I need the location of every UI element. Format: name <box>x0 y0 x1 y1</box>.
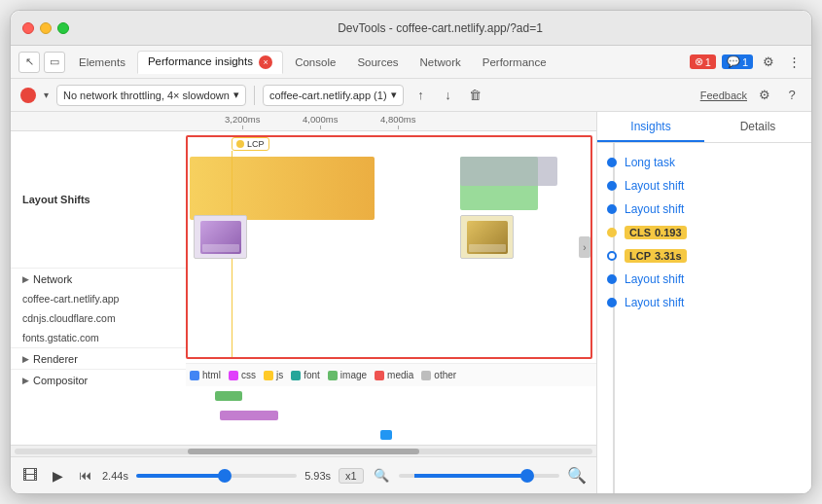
zoom-slider-thumb[interactable] <box>520 469 534 483</box>
window-title: DevTools - coffee-cart.netlify.app/?ad=1 <box>81 21 800 35</box>
layout-shift-3-link[interactable]: Layout shift <box>625 272 684 286</box>
titlebar: DevTools - coffee-cart.netlify.app/?ad=1 <box>11 11 811 46</box>
tab-details[interactable]: Details <box>704 112 811 142</box>
device-tool[interactable]: ▭ <box>44 52 65 73</box>
cls-badge[interactable]: CLS 0.193 <box>625 226 687 239</box>
settings2-icon[interactable]: ⚙ <box>755 86 774 105</box>
zoom-slider[interactable] <box>399 474 559 478</box>
network-section-label[interactable]: ▶ Network <box>11 268 186 289</box>
network-row-3 <box>186 425 596 445</box>
insight-lcp: LCP 3.31s <box>597 244 811 268</box>
skip-start-icon[interactable]: ⏮ <box>75 466 94 486</box>
insights-content: Long task Layout shift Layout shift CLS <box>597 143 811 493</box>
tab-network[interactable]: Network <box>411 53 471 72</box>
insight-dot-5 <box>607 298 617 307</box>
cursor-tool[interactable]: ↖ <box>18 52 40 73</box>
settings-icon[interactable]: ⚙ <box>759 53 778 72</box>
playback-slider[interactable] <box>136 474 297 478</box>
shift-block-orange-main <box>190 157 375 220</box>
thumbnail-1-inner <box>200 221 241 254</box>
insight-long-task: Long task <box>597 151 811 174</box>
legend-js-dot <box>264 371 273 380</box>
renderer-chevron-icon: ▶ <box>22 354 29 364</box>
tab-console[interactable]: Console <box>285 53 345 72</box>
play-button[interactable]: ▶ <box>48 466 67 486</box>
renderer-section-label[interactable]: ▶ Renderer <box>11 347 186 369</box>
net-bar-1 <box>215 391 242 401</box>
tabbar: ↖ ▭ Elements Performance insights × Cons… <box>11 46 811 79</box>
error-badge: ⊗ 1 <box>690 54 716 69</box>
speed-badge[interactable]: x1 <box>339 468 364 484</box>
network-row-2-label: cdnjs.cloudflare.com <box>11 308 186 328</box>
long-task-link[interactable]: Long task <box>625 156 675 169</box>
tab-insights[interactable]: Insights <box>597 112 704 142</box>
upload-icon[interactable]: ↑ <box>411 86 431 105</box>
throttle-dropdown-icon: ▾ <box>233 89 239 101</box>
record-button[interactable] <box>20 88 36 103</box>
lcp-dot-icon <box>236 140 244 148</box>
scrollbar-thumb[interactable] <box>188 449 419 454</box>
network-row-1 <box>186 386 596 406</box>
download-icon[interactable]: ↓ <box>439 86 458 105</box>
scroll-right-indicator[interactable]: › <box>579 236 590 258</box>
playback-end-time: 5.93s <box>304 470 331 482</box>
throttle-select[interactable]: No network throttling, 4× slowdown ▾ <box>56 85 246 106</box>
feedback-button[interactable]: Feedback <box>700 90 747 101</box>
tab-performance-insights[interactable]: Performance insights × <box>137 51 283 74</box>
ruler-mark-4800: 4,800ms <box>380 114 415 129</box>
legend-html: html <box>190 370 221 380</box>
thumbnail-2[interactable] <box>460 215 514 259</box>
shift-block-gray <box>460 157 557 186</box>
origin-select[interactable]: coffee-cart.netlify.app (1) ▾ <box>263 85 404 106</box>
screenshot-icon[interactable]: 🎞 <box>20 466 40 486</box>
compositor-section-label[interactable]: ▶ Compositor <box>11 369 186 390</box>
more-icon[interactable]: ⋮ <box>784 53 804 72</box>
legend-other-dot <box>421 371 431 380</box>
insight-layout-shift-4: Layout shift <box>597 291 811 314</box>
toolbar-divider <box>254 86 255 105</box>
layout-shift-2-link[interactable]: Layout shift <box>625 202 684 216</box>
zoom-out-icon[interactable]: 🔍 <box>372 466 391 486</box>
insight-cls: CLS 0.193 <box>597 221 811 244</box>
thumbnail-1[interactable] <box>194 215 247 259</box>
maximize-button[interactable] <box>57 22 69 34</box>
net-bar-3 <box>380 430 392 440</box>
tab-sources[interactable]: Sources <box>347 53 408 72</box>
tab-performance[interactable]: Performance <box>473 53 556 72</box>
slider-thumb[interactable] <box>218 469 232 483</box>
legend-image-dot <box>328 371 338 380</box>
insight-dot-cls <box>607 228 617 237</box>
tab-close-icon[interactable]: × <box>259 55 272 69</box>
network-row-1-label: coffee-cart.netlify.app <box>11 289 186 308</box>
timeline-tracks: Layout Shifts ▶ Network coffee-cart.netl… <box>11 131 596 445</box>
horizontal-scrollbar[interactable] <box>11 445 596 456</box>
insight-layout-shift-3: Layout shift <box>597 268 811 291</box>
layout-shift-4-link[interactable]: Layout shift <box>625 296 684 309</box>
insight-layout-shift-2: Layout shift <box>597 198 811 221</box>
compositor-chevron-icon: ▶ <box>22 376 29 385</box>
legend-area: html css js font <box>186 363 596 386</box>
record-dropdown[interactable]: ▾ <box>44 90 49 100</box>
legend-media-dot <box>375 371 384 380</box>
playback-bar: 🎞 ▶ ⏮ 2.44s 5.93s x1 🔍 🔍 <box>11 456 596 493</box>
zoom-in-icon[interactable]: 🔍 <box>567 466 587 486</box>
track-visuals: LCP <box>186 131 596 445</box>
insight-layout-shift-1: Layout shift <box>597 174 811 198</box>
scrollbar-track[interactable] <box>15 449 592 454</box>
delete-icon[interactable]: 🗑 <box>466 86 485 105</box>
tab-elements[interactable]: Elements <box>69 53 135 72</box>
network-row-3-label: fonts.gstatic.com <box>11 328 186 347</box>
close-button[interactable] <box>22 22 34 34</box>
layout-shift-1-link[interactable]: Layout shift <box>625 179 684 193</box>
insight-dot-3 <box>607 204 617 214</box>
insight-dot-2 <box>607 181 617 191</box>
legend-css: css <box>229 370 256 380</box>
minimize-button[interactable] <box>40 22 52 34</box>
devtools-window: DevTools - coffee-cart.netlify.app/?ad=1… <box>10 10 812 494</box>
help-icon[interactable]: ? <box>782 86 802 105</box>
legend-font: font <box>291 370 320 380</box>
right-panel: Insights Details Long task Layout shift <box>597 112 811 493</box>
legend-js: js <box>264 370 283 380</box>
legend-image: image <box>328 370 367 380</box>
lcp-badge[interactable]: LCP 3.31s <box>625 249 687 263</box>
